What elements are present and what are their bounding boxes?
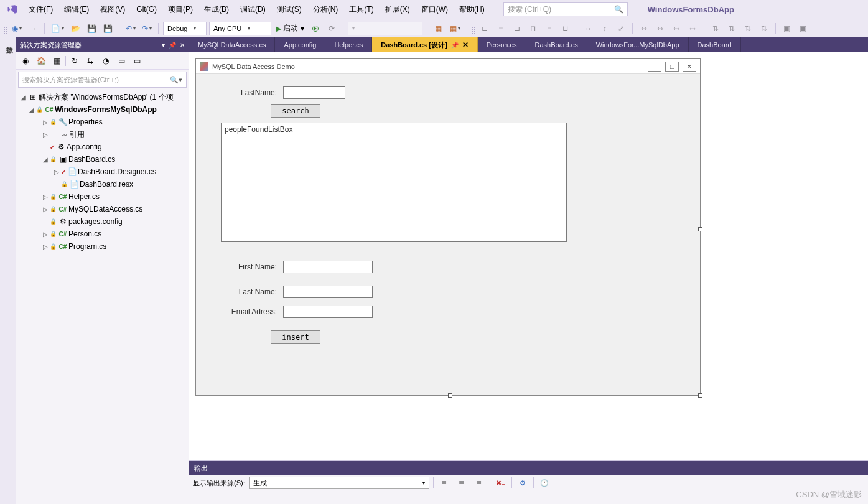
- start-nodebug-button[interactable]: [309, 22, 322, 35]
- menu-debug[interactable]: 调试(D): [235, 2, 271, 17]
- vspace-rem-button[interactable]: ⇅: [757, 22, 771, 35]
- save-all-button[interactable]: 💾: [101, 22, 114, 35]
- global-search-input[interactable]: 搜索 (Ctrl+Q) 🔍: [503, 2, 628, 16]
- menu-git[interactable]: Git(G): [131, 2, 162, 16]
- menu-analyze[interactable]: 分析(N): [308, 2, 343, 17]
- vspace-dec-button[interactable]: ⇅: [741, 22, 755, 35]
- menu-edit[interactable]: 编辑(E): [59, 2, 94, 17]
- tree-project-node[interactable]: ◢🔒C#WindowsFormsMySqlDbApp: [16, 103, 189, 116]
- align-bottom-button[interactable]: ⊔: [559, 22, 572, 35]
- size-height-button[interactable]: ↕: [598, 22, 612, 35]
- menu-view[interactable]: 视图(V): [95, 2, 130, 17]
- panel-menu-icon[interactable]: ▾: [162, 42, 165, 49]
- center-v-button[interactable]: ▣: [796, 22, 810, 35]
- maximize-icon[interactable]: ▢: [665, 62, 679, 72]
- sync-icon[interactable]: ▦: [50, 54, 63, 68]
- close-icon[interactable]: ✕: [462, 40, 469, 49]
- menu-window[interactable]: 窗口(W): [416, 2, 453, 17]
- vspace-button[interactable]: ⇅: [709, 22, 722, 35]
- close-icon[interactable]: ✕: [180, 42, 185, 49]
- tree-references-node[interactable]: ▷▫▫引用: [16, 128, 189, 141]
- grid-button[interactable]: ▦: [448, 22, 462, 35]
- pin-icon[interactable]: 📌: [451, 42, 459, 49]
- tree-dashboard-node[interactable]: ◢🔒▣DashBoard.cs: [16, 153, 189, 166]
- goto-next-icon[interactable]: ≣: [455, 477, 469, 489]
- hspace-rem-button[interactable]: ⇿: [686, 22, 699, 35]
- menu-file[interactable]: 文件(F): [24, 2, 58, 17]
- config-select[interactable]: Debug: [163, 22, 207, 35]
- back-icon[interactable]: ◉: [19, 54, 32, 68]
- redo-button[interactable]: ↷: [140, 22, 154, 35]
- email-input[interactable]: [283, 306, 373, 318]
- menu-tools[interactable]: 工具(T): [344, 2, 378, 17]
- vspace-inc-button[interactable]: ⇅: [725, 22, 739, 35]
- goto-prev-icon[interactable]: ≣: [437, 477, 451, 489]
- menu-test[interactable]: 测试(S): [272, 2, 307, 17]
- tab-mysqldataaccess[interactable]: MySQLDataAccess.cs: [189, 37, 275, 52]
- collapse-icon[interactable]: ⇆: [83, 54, 97, 68]
- tree-mysql-node[interactable]: ▷🔒C#MySQLDataAccess.cs: [16, 203, 189, 215]
- datasource-tab[interactable]: 数据源: [0, 37, 16, 504]
- resize-handle-s[interactable]: [448, 393, 452, 398]
- save-button[interactable]: 💾: [85, 22, 98, 35]
- close-icon[interactable]: ✕: [683, 62, 696, 72]
- align-middle-button[interactable]: ≡: [543, 22, 556, 35]
- show-all-icon[interactable]: ◔: [99, 54, 113, 68]
- firstname-input[interactable]: [283, 261, 373, 273]
- menu-extensions[interactable]: 扩展(X): [380, 2, 415, 17]
- resize-handle-se[interactable]: [698, 393, 702, 398]
- output-source-select[interactable]: 生成: [249, 477, 429, 489]
- align-left-button[interactable]: ⊏: [478, 22, 492, 35]
- tree-packages-node[interactable]: 🔒⚙packages.config: [16, 215, 189, 228]
- resize-handle-e[interactable]: [698, 227, 702, 231]
- tree-properties-node[interactable]: ▷🔒🔧Properties: [16, 116, 189, 128]
- menu-build[interactable]: 生成(B): [199, 2, 234, 17]
- align-center-button[interactable]: ≡: [494, 22, 508, 35]
- tree-dashboard-resx-node[interactable]: 🔒📄DashBoard.resx: [16, 178, 189, 190]
- tree-person-node[interactable]: ▷🔒C#Person.cs: [16, 228, 189, 240]
- nav-back-button[interactable]: ◉: [10, 22, 24, 35]
- tab-person[interactable]: Person.cs: [478, 37, 526, 52]
- align-top-button[interactable]: ⊓: [526, 22, 540, 35]
- home-icon[interactable]: 🏠: [34, 54, 48, 68]
- solution-search-input[interactable]: 搜索解决方案资源管理器(Ctrl+;) 🔍▾: [18, 72, 187, 88]
- tree-dashboard-designer-node[interactable]: ▷✔📄DashBoard.Designer.cs: [16, 166, 189, 178]
- clear-icon[interactable]: ≣: [472, 477, 486, 489]
- start-debug-button[interactable]: ▶ 启动 ▾: [274, 22, 306, 35]
- tab-dashboard-design[interactable]: DashBoard.cs [设计]📌✕: [372, 37, 477, 52]
- lastname2-input[interactable]: [283, 286, 373, 298]
- tree-helper-node[interactable]: ▷🔒C#Helper.cs: [16, 190, 189, 203]
- properties-icon[interactable]: ▭: [114, 54, 128, 68]
- tab-dashboard-extra[interactable]: DashBoard: [689, 37, 741, 52]
- undo-button[interactable]: ↶: [124, 22, 138, 35]
- people-listbox[interactable]: peopleFoundListBox: [221, 123, 567, 242]
- new-project-button[interactable]: 📄: [49, 22, 66, 35]
- tree-solution-node[interactable]: ◢⊞解决方案 'WindowsFormsDbApp' (1 个项: [16, 91, 189, 103]
- pin-icon[interactable]: 📌: [169, 42, 176, 49]
- tree-appconfig-node[interactable]: ✔⚙App.config: [16, 141, 189, 153]
- hspace-button[interactable]: ⇿: [637, 22, 651, 35]
- tree-program-node[interactable]: ▷🔒C#Program.cs: [16, 240, 189, 253]
- align-right-button[interactable]: ⊐: [510, 22, 524, 35]
- timestamp-icon[interactable]: 🕐: [538, 477, 551, 489]
- hspace-dec-button[interactable]: ⇿: [670, 22, 683, 35]
- size-both-button[interactable]: ⤢: [614, 22, 628, 35]
- size-width-button[interactable]: ↔: [582, 22, 595, 35]
- wordwrap-icon[interactable]: ✖≡: [494, 477, 508, 489]
- platform-select[interactable]: Any CPU: [209, 22, 271, 35]
- hspace-inc-button[interactable]: ⇿: [653, 22, 667, 35]
- center-h-button[interactable]: ▣: [780, 22, 794, 35]
- tab-appconfig[interactable]: App.config: [275, 37, 325, 52]
- minimize-icon[interactable]: —: [648, 62, 661, 72]
- open-button[interactable]: 📂: [68, 22, 82, 35]
- form-designer-surface[interactable]: MySQL Data Access Demo — ▢ ✕ LastName: s…: [189, 52, 868, 460]
- winform-preview[interactable]: MySQL Data Access Demo — ▢ ✕ LastName: s…: [195, 58, 701, 396]
- menu-project[interactable]: 项目(P): [163, 2, 198, 17]
- preview-icon[interactable]: ▭: [130, 54, 144, 68]
- search-button[interactable]: search: [271, 104, 320, 118]
- insert-button[interactable]: insert: [271, 330, 320, 344]
- menu-help[interactable]: 帮助(H): [454, 2, 490, 17]
- nav-fwd-button[interactable]: →: [26, 22, 40, 35]
- refresh-icon[interactable]: ↻: [68, 54, 82, 68]
- process-select[interactable]: [348, 22, 422, 35]
